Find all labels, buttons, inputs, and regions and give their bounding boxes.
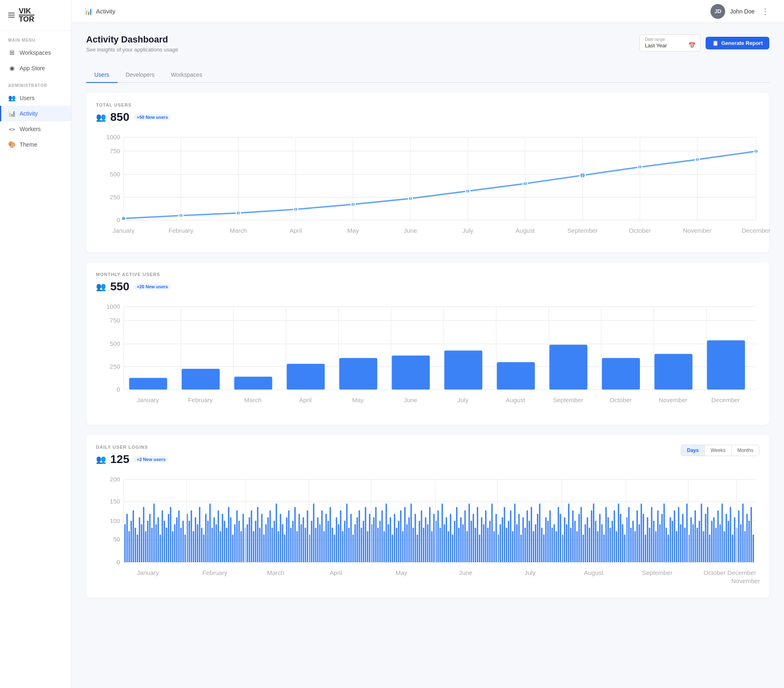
svg-rect-225: [377, 528, 379, 563]
svg-rect-208: [342, 531, 343, 562]
svg-rect-200: [325, 514, 327, 562]
total-users-svg: 0 250 500 750 1000: [96, 130, 760, 241]
svg-rect-235: [398, 521, 399, 563]
svg-rect-111: [141, 524, 142, 562]
page-subtitle: See insights of your applications usage: [86, 47, 178, 53]
svg-rect-248: [425, 517, 426, 562]
svg-rect-271: [473, 514, 474, 562]
svg-text:March: March: [230, 227, 247, 234]
svg-rect-195: [315, 528, 316, 563]
total-users-icon: 👥: [96, 112, 106, 122]
svg-rect-279: [489, 521, 490, 563]
svg-text:0: 0: [117, 386, 120, 393]
sidebar-item-appstore[interactable]: ◉ App Store: [0, 60, 71, 76]
monthly-active-svg: 0 250 500 750 1000: [96, 300, 760, 414]
svg-rect-134: [189, 521, 190, 563]
svg-rect-342: [620, 514, 621, 562]
svg-rect-391: [722, 503, 723, 562]
sidebar-item-workspaces[interactable]: ⊞ Workspaces: [0, 45, 71, 60]
svg-rect-400: [740, 524, 742, 562]
svg-rect-397: [734, 517, 735, 562]
svg-rect-341: [618, 503, 619, 562]
svg-rect-105: [129, 531, 130, 562]
svg-text:February: February: [169, 227, 194, 234]
calendar-icon: 📅: [688, 42, 695, 49]
sidebar-item-theme[interactable]: 🎨 Theme: [0, 137, 71, 152]
svg-rect-277: [485, 510, 486, 562]
svg-rect-118: [156, 524, 157, 562]
svg-rect-152: [226, 528, 227, 563]
svg-rect-210: [346, 503, 347, 562]
svg-rect-323: [581, 507, 582, 562]
date-range-picker[interactable]: Date range Last Year 📅: [639, 34, 701, 51]
kebab-menu-button[interactable]: ⋮: [760, 5, 771, 18]
svg-rect-268: [466, 531, 468, 562]
sidebar-item-workers[interactable]: <> Workers: [0, 121, 71, 137]
svg-text:June: June: [459, 569, 472, 576]
svg-rect-115: [149, 514, 150, 562]
svg-rect-309: [551, 528, 552, 563]
toggle-weeks[interactable]: Weeks: [705, 445, 731, 456]
sidebar-item-activity[interactable]: 📊 Activity: [0, 106, 71, 121]
svg-rect-322: [579, 514, 580, 562]
tab-users[interactable]: Users: [86, 67, 118, 83]
svg-rect-143: [207, 521, 209, 563]
svg-rect-113: [145, 531, 146, 562]
svg-text:500: 500: [110, 340, 120, 347]
svg-text:October: October: [610, 396, 632, 403]
svg-rect-327: [589, 528, 590, 563]
svg-rect-187: [298, 514, 300, 562]
logo: VIK TOR: [19, 7, 34, 23]
svg-rect-300: [533, 531, 534, 562]
svg-rect-361: [659, 524, 661, 562]
svg-text:50: 50: [113, 536, 120, 543]
toggle-days[interactable]: Days: [681, 445, 705, 456]
svg-rect-350: [637, 510, 638, 562]
svg-text:April: April: [299, 396, 312, 403]
monthly-active-chart: 0 250 500 750 1000: [96, 300, 760, 415]
generate-btn-icon: 📋: [712, 40, 719, 46]
svg-rect-396: [732, 534, 733, 562]
svg-rect-369: [676, 531, 677, 562]
svg-text:January: January: [113, 227, 135, 234]
svg-rect-163: [249, 517, 250, 562]
svg-rect-241: [410, 503, 412, 562]
svg-rect-246: [421, 510, 422, 562]
svg-rect-68: [707, 340, 745, 390]
sidebar-item-users[interactable]: 👥 Users: [0, 90, 71, 106]
svg-text:January: January: [137, 569, 159, 576]
svg-rect-191: [307, 510, 308, 562]
svg-text:750: 750: [110, 317, 120, 324]
svg-rect-280: [491, 503, 492, 562]
hamburger-button[interactable]: [8, 13, 15, 18]
svg-rect-312: [558, 507, 559, 562]
svg-rect-356: [649, 528, 650, 563]
tab-workspaces[interactable]: Workspaces: [163, 67, 210, 83]
svg-rect-236: [400, 510, 401, 562]
svg-rect-57: [129, 378, 167, 389]
page-titles: Activity Dashboard See insights of your …: [86, 34, 178, 61]
svg-text:0: 0: [117, 559, 120, 566]
topbar-page-title: Activity: [96, 8, 116, 15]
svg-rect-144: [209, 503, 211, 562]
svg-rect-265: [460, 517, 461, 562]
tab-developers[interactable]: Developers: [118, 67, 163, 83]
toggle-months[interactable]: Months: [732, 445, 759, 456]
svg-rect-150: [222, 514, 223, 562]
monthly-active-icon: 👥: [96, 282, 106, 292]
theme-icon: 🎨: [8, 141, 16, 148]
svg-rect-239: [406, 524, 408, 562]
svg-rect-334: [603, 534, 604, 562]
svg-text:500: 500: [110, 171, 120, 178]
svg-rect-393: [726, 514, 727, 562]
generate-report-button[interactable]: 📋 Generate Report: [706, 37, 769, 49]
svg-rect-121: [162, 510, 163, 562]
svg-text:April: April: [290, 227, 302, 234]
svg-rect-107: [133, 510, 134, 562]
admin-label: ADMINISTRATOR: [0, 76, 71, 90]
svg-rect-231: [390, 517, 391, 562]
svg-rect-184: [292, 521, 294, 563]
svg-rect-233: [394, 514, 395, 562]
svg-rect-61: [339, 358, 377, 390]
svg-rect-168: [259, 528, 260, 563]
